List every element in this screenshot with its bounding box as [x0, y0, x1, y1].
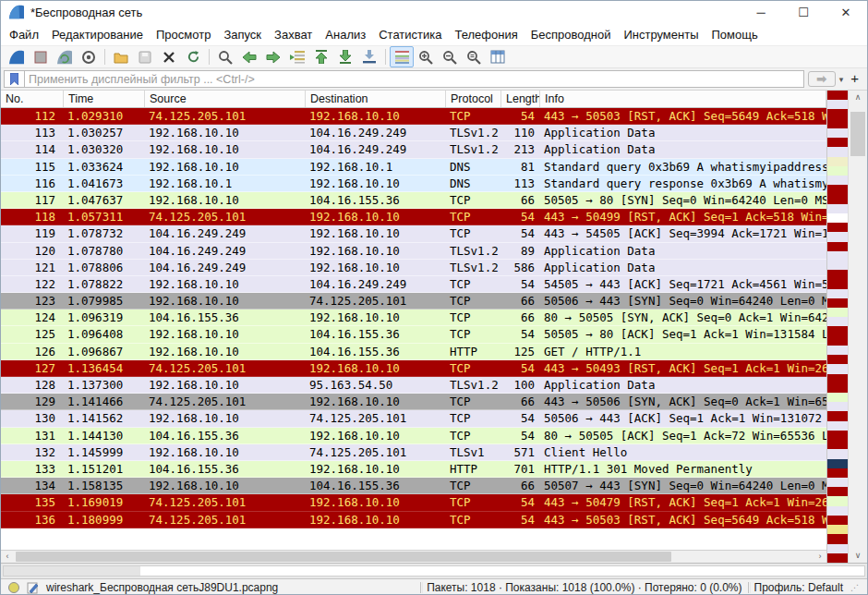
menu-item[interactable]: Анализ [319, 25, 372, 44]
minimize-button[interactable]: ─ [740, 1, 782, 23]
packet-row[interactable]: 1261.096867192.168.10.10104.16.155.36HTT… [1, 344, 826, 360]
column-header-destination[interactable]: Destination [306, 91, 446, 107]
display-filter-input[interactable] [24, 70, 804, 88]
menu-item[interactable]: Инструменты [617, 25, 705, 44]
filter-bookmark-button[interactable] [4, 70, 24, 88]
packet-row[interactable]: 1141.030320192.168.10.10104.16.249.249TL… [1, 141, 826, 158]
packet-row[interactable]: 1191.078732104.16.249.249192.168.10.10TC… [1, 225, 826, 242]
maximize-button[interactable]: ☐ [782, 1, 825, 23]
scroll-down-arrow-icon[interactable]: ∨ [849, 549, 867, 563]
packet-row[interactable]: 1241.096319104.16.155.36192.168.10.10TCP… [1, 310, 826, 326]
capture-options-button[interactable] [77, 46, 101, 67]
packet-row[interactable]: 1171.047637192.168.10.10104.16.155.36TCP… [1, 192, 826, 209]
menu-item[interactable]: Редактирование [45, 25, 150, 44]
packet-row[interactable]: 1121.02931074.125.205.101192.168.10.10TC… [1, 108, 826, 125]
packet-row[interactable]: 1221.078822192.168.10.10104.16.249.249TC… [1, 276, 826, 293]
column-header-time[interactable]: Time [64, 91, 145, 107]
menu-item[interactable]: Захват [268, 25, 319, 44]
start-capture-button[interactable] [5, 46, 29, 67]
close-file-button[interactable] [157, 46, 181, 67]
packet-row[interactable]: 1151.033624192.168.10.10192.168.10.1DNS8… [1, 159, 826, 176]
save-file-button[interactable] [133, 46, 157, 67]
cell-no: 122 [1, 276, 64, 292]
zoom-normal-button[interactable] [462, 46, 486, 67]
column-header-info[interactable]: Info [540, 91, 826, 107]
vertical-scroll-thumb[interactable] [850, 112, 865, 156]
menu-item[interactable]: Файл [3, 25, 45, 44]
packet-row[interactable]: 1341.158135192.168.10.10104.16.155.36TCP… [1, 478, 826, 494]
go-to-packet-button[interactable] [285, 46, 309, 67]
packet-row[interactable]: 1271.13645474.125.205.101192.168.10.10TC… [1, 360, 826, 377]
apply-filter-button[interactable]: ➡ [808, 71, 836, 87]
go-forward-button[interactable] [261, 46, 285, 67]
restart-capture-button[interactable] [53, 46, 77, 67]
cell-protocol: TCP [446, 209, 501, 225]
packet-row[interactable]: 1161.041673192.168.10.1192.168.10.10DNS1… [1, 176, 826, 192]
menu-item[interactable]: Помощь [705, 25, 765, 44]
packet-row[interactable]: 1301.141562192.168.10.1074.125.205.101TC… [1, 410, 826, 427]
capture-comment-icon[interactable] [27, 582, 39, 594]
packet-row[interactable]: 1361.18099974.125.205.101192.168.10.10TC… [1, 512, 826, 528]
menu-item[interactable]: Статистика [372, 25, 448, 44]
auto-scroll-button[interactable] [357, 46, 381, 67]
scroll-right-arrow-icon[interactable]: › [814, 551, 826, 563]
resize-grip-icon[interactable]: ⋰ [849, 583, 858, 592]
cell-protocol: TLSv1.2 [446, 141, 501, 157]
packet-row[interactable]: 1291.14146674.125.205.101192.168.10.10TC… [1, 394, 826, 410]
go-to-top-button[interactable] [309, 46, 333, 67]
menu-item[interactable]: Запуск [217, 25, 268, 44]
packet-row[interactable]: 1331.151201104.16.155.36192.168.10.10HTT… [1, 461, 826, 478]
vertical-scroll-track[interactable] [849, 104, 867, 549]
cell-source: 192.168.10.10 [145, 377, 306, 393]
cell-source: 74.125.205.101 [145, 394, 306, 409]
packet-row[interactable]: 1251.096408192.168.10.10104.16.155.36TCP… [1, 326, 826, 343]
open-file-button[interactable] [109, 46, 133, 67]
reload-file-button[interactable] [181, 46, 205, 67]
packet-row[interactable]: 1131.030257192.168.10.10104.16.249.249TL… [1, 125, 826, 141]
packet-row[interactable]: 1311.144130104.16.155.36192.168.10.10TCP… [1, 428, 826, 444]
collapsed-pane-scroll-thumb[interactable] [4, 566, 140, 576]
vertical-scrollbar[interactable]: ∧ ∨ [848, 91, 867, 563]
colorize-packets-button[interactable] [390, 46, 414, 67]
cell-length: 66 [501, 478, 540, 493]
cell-source: 104.16.249.249 [145, 225, 306, 241]
close-button[interactable]: ✕ [825, 1, 867, 23]
scroll-up-arrow-icon[interactable]: ∧ [849, 91, 867, 104]
packet-row[interactable]: 1201.078780104.16.249.249192.168.10.10TL… [1, 243, 826, 260]
column-header-protocol[interactable]: Protocol [446, 91, 501, 107]
column-header-no[interactable]: No. [1, 91, 64, 107]
intelligent-scrollbar-minimap[interactable] [827, 91, 848, 563]
filter-dropdown-caret[interactable]: ▾ [836, 75, 848, 84]
add-filter-button[interactable]: + [847, 70, 864, 88]
profile-label[interactable]: Профиль: Default [754, 581, 844, 594]
horizontal-scroll-thumb[interactable] [16, 552, 671, 562]
menu-item[interactable]: Телефония [448, 25, 524, 44]
packet-row[interactable]: 1351.16901974.125.205.101192.168.10.10TC… [1, 494, 826, 511]
horizontal-scrollbar[interactable]: ‹ › [1, 550, 826, 563]
packet-row[interactable]: 1321.145999192.168.10.1074.125.205.101TL… [1, 444, 826, 461]
resize-columns-button[interactable] [486, 46, 510, 67]
cell-protocol: TCP [446, 225, 501, 241]
cell-info: 80 → 50505 [SYN, ACK] Seq=0 Ack=1 Win=64… [540, 310, 826, 325]
find-packet-button[interactable] [213, 46, 237, 67]
packet-row[interactable]: 1281.137300192.168.10.1095.163.54.50TLSv… [1, 377, 826, 394]
packet-row[interactable]: 1181.05731174.125.205.101192.168.10.10TC… [1, 209, 826, 225]
packet-row[interactable]: 1211.078806104.16.249.249192.168.10.10TL… [1, 260, 826, 276]
minimap-stripe [827, 298, 848, 308]
zoom-out-button[interactable] [438, 46, 462, 67]
cell-info: 50507 → 443 [SYN] Seq=0 Win=64240 Len=0 … [540, 478, 826, 493]
go-back-button[interactable] [237, 46, 261, 67]
zoom-in-button[interactable] [414, 46, 438, 67]
cell-info: 54505 → 443 [ACK] Seq=1721 Ack=4561 Win=… [540, 276, 826, 292]
column-header-length[interactable]: Length [501, 91, 540, 107]
menu-item[interactable]: Просмотр [150, 25, 217, 44]
expert-info-icon[interactable] [8, 582, 19, 593]
scroll-left-arrow-icon[interactable]: ‹ [1, 551, 14, 563]
horizontal-scroll-track[interactable] [14, 551, 814, 563]
packet-row[interactable]: 1231.079985192.168.10.1074.125.205.101TC… [1, 293, 826, 310]
menu-item[interactable]: Беспроводной [524, 25, 618, 44]
stop-capture-button[interactable] [29, 46, 53, 67]
go-to-bottom-button[interactable] [333, 46, 357, 67]
column-header-source[interactable]: Source [145, 91, 306, 107]
cell-protocol: DNS [446, 159, 501, 175]
